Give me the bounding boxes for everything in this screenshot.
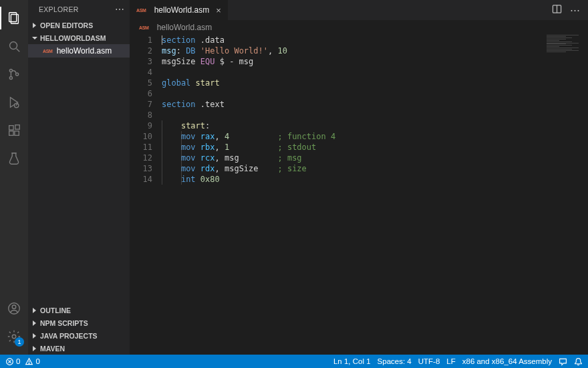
svg-point-5	[9, 76, 12, 79]
asm-file-icon: ASM	[136, 8, 146, 13]
minimap[interactable]	[547, 35, 579, 52]
split-editor-icon[interactable]	[552, 4, 562, 16]
line-gutter: 123 456 789 101112 1314	[130, 35, 162, 355]
svg-point-23	[29, 363, 29, 363]
editor-more-icon[interactable]: ⋯	[570, 4, 580, 16]
svg-point-2	[10, 42, 17, 50]
sidebar-title: EXPLORER	[39, 5, 79, 13]
svg-line-3	[17, 49, 20, 52]
status-feedback-icon[interactable]	[559, 357, 567, 366]
activity-settings[interactable]: 1	[0, 323, 28, 351]
activity-extensions[interactable]	[0, 116, 28, 145]
status-bar: 0 0 Ln 1, Col 1 Spaces: 4 UTF-8 LF x86 a…	[0, 355, 588, 368]
section-outline[interactable]: OUTLINE	[28, 304, 130, 316]
activity-search[interactable]	[0, 32, 28, 60]
file-name-label: helloWorld.asm	[57, 46, 112, 56]
section-npm-scripts[interactable]: NPM SCRIPTS	[28, 316, 130, 329]
code-editor[interactable]: 123 456 789 101112 1314 section .data ms…	[130, 35, 588, 355]
editor-area: ASM helloWorld.asm × ⋯ ASM helloWorld.as…	[130, 0, 588, 355]
breadcrumb[interactable]: ASM helloWorld.asm	[130, 20, 588, 35]
close-icon[interactable]: ×	[216, 5, 221, 15]
status-cursor-position[interactable]: Ln 1, Col 1	[333, 357, 371, 365]
svg-point-15	[12, 305, 16, 309]
activity-accounts[interactable]	[0, 294, 28, 323]
tab-bar: ASM helloWorld.asm × ⋯	[130, 0, 588, 20]
tab-helloworld-asm[interactable]: ASM helloWorld.asm ×	[130, 0, 229, 20]
sidebar-header: EXPLORER ⋯	[28, 0, 130, 19]
asm-file-icon: ASM	[43, 49, 53, 54]
status-language[interactable]: x86 and x86_64 Assembly	[462, 357, 552, 365]
text-cursor	[162, 35, 162, 45]
section-project[interactable]: HELLOWORLDASM	[28, 31, 130, 44]
svg-point-16	[12, 335, 16, 339]
svg-rect-9	[9, 126, 13, 130]
tab-label: helloWorld.asm	[154, 5, 209, 15]
file-helloworld-asm[interactable]: ASM helloWorld.asm	[28, 44, 130, 58]
section-java-projects[interactable]: JAVA PROJECTS	[28, 329, 130, 342]
breadcrumb-file: helloWorld.asm	[157, 23, 212, 32]
activity-bar: 1	[0, 0, 28, 355]
activity-run[interactable]	[0, 88, 28, 116]
settings-badge: 1	[15, 337, 24, 347]
code-lines[interactable]: section .data msg: DB 'Hello World!', 10…	[162, 35, 588, 355]
status-indentation[interactable]: Spaces: 4	[378, 357, 412, 365]
sidebar-more-icon[interactable]: ⋯	[115, 4, 124, 15]
svg-rect-10	[9, 131, 13, 135]
svg-rect-11	[15, 131, 19, 135]
activity-source-control[interactable]	[0, 60, 28, 88]
asm-file-icon: ASM	[139, 25, 149, 30]
status-bell-icon[interactable]	[574, 357, 583, 366]
section-open-editors[interactable]: OPEN EDITORS	[28, 19, 130, 31]
status-encoding[interactable]: UTF-8	[418, 357, 440, 365]
activity-testing[interactable]	[0, 145, 28, 173]
activity-explorer[interactable]	[0, 4, 28, 32]
sidebar: EXPLORER ⋯ OPEN EDITORS HELLOWORLDASM AS…	[28, 0, 130, 355]
section-maven[interactable]: MAVEN	[28, 342, 130, 355]
svg-point-6	[16, 73, 19, 76]
svg-rect-12	[15, 125, 19, 129]
status-eol[interactable]: LF	[446, 357, 455, 365]
svg-point-4	[9, 69, 12, 72]
status-problems[interactable]: 0 0	[5, 357, 40, 366]
